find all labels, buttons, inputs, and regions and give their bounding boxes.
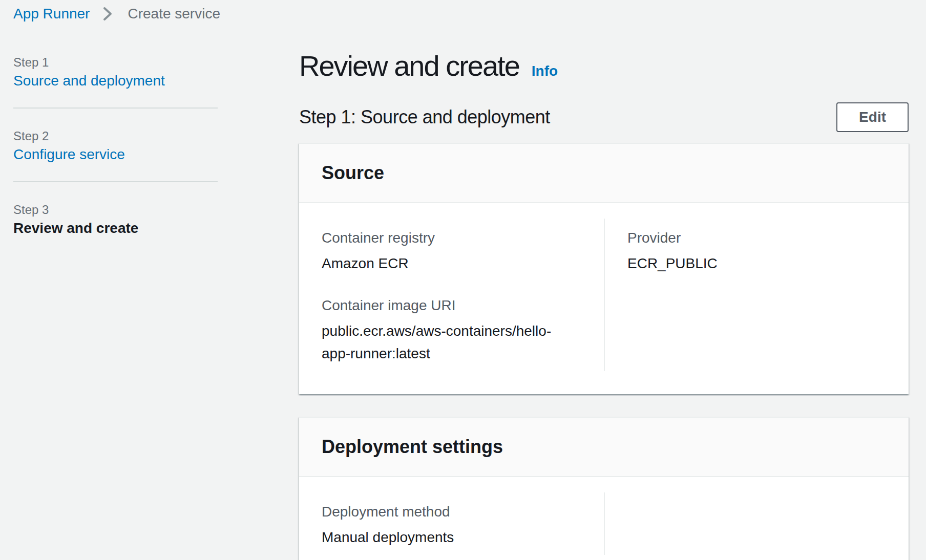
field-label: Container image URI bbox=[322, 294, 581, 317]
field-value: public.ecr.aws/aws-containers/hello-app-… bbox=[322, 320, 578, 365]
deployment-card-col-2 bbox=[604, 492, 909, 555]
breadcrumb: App Runner Create service bbox=[13, 5, 926, 23]
nav-step-2: Step 2 Configure service bbox=[13, 128, 218, 164]
source-card-header: Source bbox=[299, 144, 909, 203]
deployment-card-title: Deployment settings bbox=[322, 435, 886, 459]
step-3-number: Step 3 bbox=[13, 202, 218, 218]
nav-step-3-current: Review and create bbox=[13, 219, 218, 238]
field-label: Container registry bbox=[322, 227, 581, 249]
source-card-col-1: Container registry Amazon ECR Container … bbox=[299, 219, 604, 371]
step-1-number: Step 1 bbox=[13, 54, 218, 71]
step-2-number: Step 2 bbox=[13, 128, 218, 144]
field-deployment-method: Deployment method Manual deployments bbox=[322, 501, 581, 549]
nav-divider bbox=[13, 181, 218, 182]
info-link[interactable]: Info bbox=[532, 63, 558, 79]
source-card-title: Source bbox=[322, 161, 886, 185]
field-label: Deployment method bbox=[322, 501, 581, 523]
field-value: Amazon ECR bbox=[322, 252, 581, 275]
nav-step-1: Step 1 Source and deployment bbox=[13, 54, 218, 90]
deployment-settings-card: Deployment settings Deployment method Ma… bbox=[299, 417, 909, 560]
nav-step-1-link[interactable]: Source and deployment bbox=[13, 72, 218, 90]
main-content: Review and create Info Step 1: Source an… bbox=[299, 50, 909, 560]
section-heading: Step 1: Source and deployment bbox=[299, 105, 550, 130]
breadcrumb-chevron-icon bbox=[102, 6, 113, 21]
deployment-card-header: Deployment settings bbox=[299, 418, 909, 477]
nav-step-2-link[interactable]: Configure service bbox=[13, 145, 218, 164]
field-label: Provider bbox=[627, 227, 886, 249]
breadcrumb-link-app-runner[interactable]: App Runner bbox=[13, 5, 90, 23]
nav-divider bbox=[13, 107, 218, 109]
page-title: Review and create bbox=[299, 50, 519, 82]
source-card: Source Container registry Amazon ECR Con… bbox=[299, 143, 909, 394]
source-card-col-2: Provider ECR_PUBLIC bbox=[604, 219, 909, 371]
steps-nav: Step 1 Source and deployment Step 2 Conf… bbox=[13, 54, 218, 238]
edit-button[interactable]: Edit bbox=[836, 102, 909, 132]
breadcrumb-current: Create service bbox=[128, 5, 220, 23]
deployment-card-col-1: Deployment method Manual deployments bbox=[299, 492, 604, 555]
field-value: ECR_PUBLIC bbox=[627, 252, 886, 275]
nav-step-3: Step 3 Review and create bbox=[13, 202, 218, 238]
field-value: Manual deployments bbox=[322, 526, 581, 549]
field-container-image-uri: Container image URI public.ecr.aws/aws-c… bbox=[322, 294, 581, 365]
field-container-registry: Container registry Amazon ECR bbox=[322, 227, 581, 275]
field-provider: Provider ECR_PUBLIC bbox=[627, 227, 886, 275]
